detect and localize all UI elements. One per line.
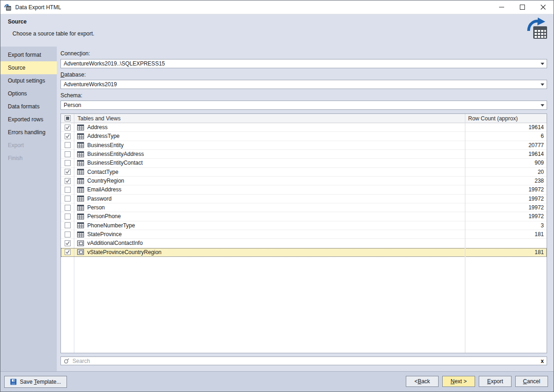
table-row[interactable]: BusinessEntity20777 bbox=[61, 141, 547, 150]
connection-label: Connection: bbox=[60, 50, 90, 57]
checkbox-unchecked[interactable] bbox=[65, 187, 71, 193]
maximize-button[interactable] bbox=[512, 0, 533, 14]
object-name: StateProvince bbox=[87, 231, 122, 238]
row-count: 19972 bbox=[465, 213, 547, 220]
table-row[interactable]: PhoneNumberType3 bbox=[61, 221, 547, 230]
sidebar-item-errors-handling[interactable]: Errors handling bbox=[0, 126, 57, 139]
row-count: 19614 bbox=[465, 124, 547, 131]
table-row[interactable]: AddressType6 bbox=[61, 132, 547, 141]
table-icon bbox=[77, 187, 84, 193]
row-count: 3 bbox=[465, 222, 547, 229]
page-title: Source bbox=[8, 18, 27, 25]
table-row[interactable]: vAdditionalContactInfo bbox=[61, 239, 547, 248]
row-count: 19972 bbox=[465, 196, 547, 202]
table-row[interactable]: Password19972 bbox=[61, 195, 547, 203]
sidebar-item-source[interactable]: Source bbox=[0, 61, 57, 74]
select-all-checkbox[interactable] bbox=[61, 115, 74, 121]
object-name: BusinessEntityAddress bbox=[87, 151, 144, 157]
chevron-down-icon bbox=[541, 83, 544, 86]
column-header-rowcount[interactable]: Row Count (approx) bbox=[465, 115, 547, 122]
view-icon bbox=[77, 240, 84, 246]
next-button[interactable]: Next > bbox=[442, 376, 475, 387]
object-name: PersonPhone bbox=[87, 213, 121, 220]
table-icon bbox=[77, 160, 84, 166]
row-count: 181 bbox=[465, 249, 547, 255]
column-header-tables[interactable]: Tables and Views bbox=[74, 115, 465, 122]
checkbox-unchecked[interactable] bbox=[65, 160, 71, 166]
object-name: BusinessEntity bbox=[87, 142, 124, 148]
title-bar[interactable]: Data Export HTML bbox=[0, 0, 554, 14]
object-name: AddressType bbox=[87, 133, 120, 139]
table-icon bbox=[77, 205, 84, 211]
cancel-button[interactable]: Cancel bbox=[515, 376, 548, 387]
schema-dropdown[interactable]: Person bbox=[60, 101, 547, 110]
table-row[interactable]: StateProvince181 bbox=[61, 230, 547, 239]
grid-header-row: Tables and Views Row Count (approx) bbox=[61, 114, 547, 123]
chevron-down-icon bbox=[541, 104, 544, 107]
dialog-window: Data Export HTML Source Choose a source … bbox=[0, 0, 554, 392]
close-button[interactable] bbox=[533, 0, 554, 14]
sidebar-item-finish: Finish bbox=[0, 152, 57, 165]
export-button[interactable]: Export bbox=[479, 376, 512, 387]
schema-value: Person bbox=[64, 102, 81, 108]
object-name: PhoneNumberType bbox=[87, 222, 135, 229]
search-bar: x bbox=[60, 356, 547, 365]
connection-dropdown[interactable]: AdventureWorks2019..\SQLEXPRESS15 bbox=[60, 59, 547, 68]
checkbox-checked[interactable] bbox=[65, 178, 71, 184]
checkbox-unchecked[interactable] bbox=[65, 205, 71, 211]
checkbox-unchecked[interactable] bbox=[65, 214, 71, 220]
back-button[interactable]: < Back bbox=[406, 376, 439, 387]
table-icon bbox=[77, 133, 84, 139]
table-row[interactable]: ContactType20 bbox=[61, 168, 547, 177]
wizard-steps: Export formatSourceOutput settingsOption… bbox=[0, 47, 57, 371]
table-icon bbox=[77, 214, 84, 220]
checkbox-unchecked[interactable] bbox=[65, 222, 71, 228]
table-row[interactable]: BusinessEntityContact909 bbox=[61, 159, 547, 167]
table-row[interactable]: Address19614 bbox=[61, 123, 547, 132]
row-count: 181 bbox=[465, 231, 547, 238]
object-name: Address bbox=[87, 124, 108, 131]
table-icon bbox=[77, 196, 84, 202]
checkbox-unchecked[interactable] bbox=[65, 151, 71, 157]
minimize-button[interactable] bbox=[491, 0, 512, 14]
footer-bar: Save Template... < BackNext >ExportCance… bbox=[0, 371, 554, 392]
checkbox-checked[interactable] bbox=[65, 125, 71, 131]
object-name: CountryRegion bbox=[87, 178, 124, 184]
row-count: 20777 bbox=[465, 142, 547, 148]
sidebar-item-data-formats[interactable]: Data formats bbox=[0, 100, 57, 113]
main-content: Connection: AdventureWorks2019..\SQLEXPR… bbox=[57, 47, 554, 371]
clear-search-icon[interactable]: x bbox=[541, 358, 544, 364]
sidebar-item-output-settings[interactable]: Output settings bbox=[0, 74, 57, 87]
checkbox-checked[interactable] bbox=[65, 133, 71, 139]
sidebar-item-options[interactable]: Options bbox=[0, 87, 57, 100]
row-count: 19614 bbox=[465, 151, 547, 157]
checkbox-unchecked[interactable] bbox=[65, 142, 71, 148]
checkbox-checked[interactable] bbox=[65, 249, 71, 255]
table-icon bbox=[77, 169, 84, 175]
row-count: 909 bbox=[465, 160, 547, 166]
sidebar-item-exported-rows[interactable]: Exported rows bbox=[0, 113, 57, 126]
object-name: ContactType bbox=[87, 169, 118, 175]
save-template-button[interactable]: Save Template... bbox=[4, 376, 67, 388]
checkbox-checked[interactable] bbox=[65, 240, 71, 246]
object-name: Person bbox=[87, 204, 105, 211]
table-row[interactable]: EmailAddress19972 bbox=[61, 185, 547, 194]
wizard-header: Source Choose a source table for export. bbox=[0, 14, 554, 47]
sidebar-item-export: Export bbox=[0, 139, 57, 152]
search-input[interactable] bbox=[72, 358, 538, 364]
checkbox-unchecked[interactable] bbox=[65, 196, 71, 202]
table-row[interactable]: vStateProvinceCountryRegion181 bbox=[61, 248, 547, 257]
table-row[interactable]: PersonPhone19972 bbox=[61, 212, 547, 221]
view-icon bbox=[77, 249, 84, 255]
object-name: BusinessEntityContact bbox=[87, 160, 143, 166]
row-count: 238 bbox=[465, 178, 547, 184]
database-dropdown[interactable]: AdventureWorks2019 bbox=[60, 80, 547, 89]
table-row[interactable]: BusinessEntityAddress19614 bbox=[61, 150, 547, 159]
checkbox-checked[interactable] bbox=[65, 169, 71, 175]
table-row[interactable]: CountryRegion238 bbox=[61, 177, 547, 185]
checkbox-unchecked[interactable] bbox=[65, 232, 71, 238]
export-table-icon bbox=[526, 17, 548, 42]
save-icon bbox=[10, 379, 17, 385]
sidebar-item-export-format[interactable]: Export format bbox=[0, 48, 57, 61]
table-row[interactable]: Person19972 bbox=[61, 203, 547, 212]
